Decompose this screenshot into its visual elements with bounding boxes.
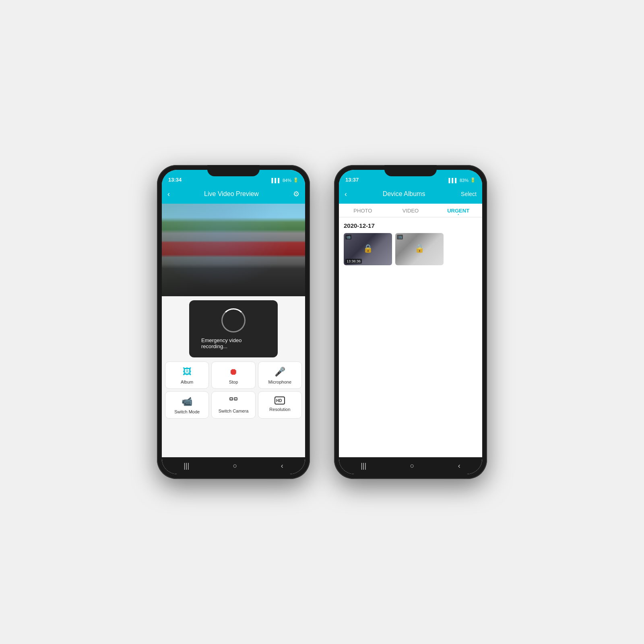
thumb-lock-2: 🔒 bbox=[415, 244, 425, 253]
microphone-button[interactable]: 🎤 Microphone bbox=[258, 361, 302, 389]
thumbnail-1[interactable]: 🔒 13:36:36 📹 bbox=[344, 233, 392, 265]
switch-camera-button[interactable]: FR R Switch Camera bbox=[211, 391, 255, 419]
date-label: 2020-12-17 bbox=[344, 222, 477, 229]
camera-preview bbox=[162, 204, 305, 296]
battery-2: 83% bbox=[460, 178, 469, 183]
nav-bar-2: ||| ○ ‹ bbox=[339, 457, 482, 474]
phone-1-inner: 13:34 ▌▌▌ 84% 🔋 ‹ Live Video Preview ⚙ bbox=[162, 170, 305, 474]
thumb-vid-icon-2: 📹 bbox=[397, 235, 403, 239]
stop-button[interactable]: ⏺ Stop bbox=[211, 361, 255, 389]
phone-2-inner: 13:37 ▌▌▌ 83% 🔋 ‹ Device Albums Select P… bbox=[339, 170, 482, 474]
switch-camera-icon: FR R bbox=[229, 396, 238, 406]
svg-text:R: R bbox=[235, 398, 236, 400]
switch-mode-label: Switch Mode bbox=[174, 409, 200, 414]
album-icon: 🖼 bbox=[183, 367, 192, 377]
microphone-icon: 🎤 bbox=[275, 367, 285, 377]
app-header-1: ‹ Live Video Preview ⚙ bbox=[162, 184, 305, 204]
recording-circle bbox=[221, 308, 246, 332]
signal-icon-2: ▌▌▌ bbox=[449, 178, 458, 183]
status-time-1: 13:34 bbox=[168, 177, 182, 183]
battery-1: 84% bbox=[283, 178, 291, 183]
album-button[interactable]: 🖼 Album bbox=[165, 361, 209, 389]
tab-urgent[interactable]: URGENT bbox=[434, 204, 482, 217]
battery-icon-1: 🔋 bbox=[293, 178, 299, 183]
nav-back-2[interactable]: ‹ bbox=[458, 462, 460, 470]
back-button-1[interactable]: ‹ bbox=[167, 190, 170, 198]
notch-1 bbox=[207, 165, 260, 176]
tab-video[interactable]: VIDEO bbox=[387, 204, 435, 217]
status-time-2: 13:37 bbox=[345, 177, 359, 183]
header-title-1: Live Video Preview bbox=[204, 190, 259, 198]
tab-video-label: VIDEO bbox=[402, 208, 419, 214]
stop-label: Stop bbox=[229, 380, 238, 384]
thumb-time-1: 13:36:36 bbox=[345, 259, 362, 264]
thumb-vid-icon-1: 📹 bbox=[345, 235, 351, 239]
tab-urgent-label: URGENT bbox=[447, 208, 469, 214]
switch-mode-button[interactable]: 📹 Switch Mode bbox=[165, 391, 209, 419]
emergency-text: Emergency video recording... bbox=[201, 337, 266, 349]
thumb-lock-1: 🔒 bbox=[363, 244, 373, 253]
nav-recent-2[interactable]: ||| bbox=[361, 462, 366, 470]
notch-2 bbox=[384, 165, 437, 176]
nav-home-1[interactable]: ○ bbox=[233, 462, 237, 470]
tab-photo[interactable]: PHOTO bbox=[339, 204, 387, 217]
back-button-2[interactable]: ‹ bbox=[345, 190, 347, 198]
resolution-button[interactable]: HD Resolution bbox=[258, 391, 302, 419]
emergency-popup: Emergency video recording... bbox=[189, 300, 278, 357]
album-content: 2020-12-17 🔒 13:36:36 📹 🔒 bbox=[339, 217, 482, 457]
button-grid-row2: 📹 Switch Mode FR R Switch Camer bbox=[162, 391, 305, 419]
microphone-label: Microphone bbox=[268, 380, 291, 384]
svg-text:HD: HD bbox=[276, 398, 282, 403]
status-icons-1: ▌▌▌ 84% 🔋 bbox=[272, 178, 299, 183]
nav-recent-1[interactable]: ||| bbox=[184, 462, 189, 470]
camera-overlay bbox=[162, 204, 305, 296]
switch-camera-label: Switch Camera bbox=[219, 409, 249, 413]
nav-home-2[interactable]: ○ bbox=[410, 462, 415, 470]
nav-bar-1: ||| ○ ‹ bbox=[162, 457, 305, 474]
svg-text:FR: FR bbox=[230, 398, 233, 400]
thumbnail-2[interactable]: 🔒 📹 bbox=[395, 233, 444, 265]
tabs-row: PHOTO VIDEO URGENT bbox=[339, 204, 482, 217]
status-icons-2: ▌▌▌ 83% 🔋 bbox=[449, 178, 476, 183]
resolution-label: Resolution bbox=[269, 407, 290, 412]
button-grid-row1: 🖼 Album ⏺ Stop 🎤 Microphone bbox=[162, 361, 305, 389]
phone-1: 13:34 ▌▌▌ 84% 🔋 ‹ Live Video Preview ⚙ bbox=[157, 165, 310, 479]
phone-2: 13:37 ▌▌▌ 83% 🔋 ‹ Device Albums Select P… bbox=[334, 165, 487, 479]
signal-icon-1: ▌▌▌ bbox=[272, 178, 281, 183]
stop-icon: ⏺ bbox=[229, 367, 238, 377]
controls-area: Emergency video recording... 🖼 Album ⏺ S… bbox=[162, 296, 305, 457]
thumbnails-row: 🔒 13:36:36 📹 🔒 📹 bbox=[344, 233, 477, 265]
scene: 13:34 ▌▌▌ 84% 🔋 ‹ Live Video Preview ⚙ bbox=[157, 165, 487, 479]
resolution-icon: HD bbox=[275, 396, 285, 405]
select-button[interactable]: Select bbox=[461, 191, 477, 197]
battery-icon-2: 🔋 bbox=[470, 178, 476, 183]
tab-photo-label: PHOTO bbox=[353, 208, 372, 214]
nav-back-1[interactable]: ‹ bbox=[281, 462, 283, 470]
album-label: Album bbox=[181, 380, 193, 384]
switch-mode-icon: 📹 bbox=[182, 396, 192, 407]
header-title-2: Device Albums bbox=[383, 190, 425, 198]
settings-button-1[interactable]: ⚙ bbox=[293, 190, 299, 198]
app-header-2: ‹ Device Albums Select bbox=[339, 184, 482, 204]
